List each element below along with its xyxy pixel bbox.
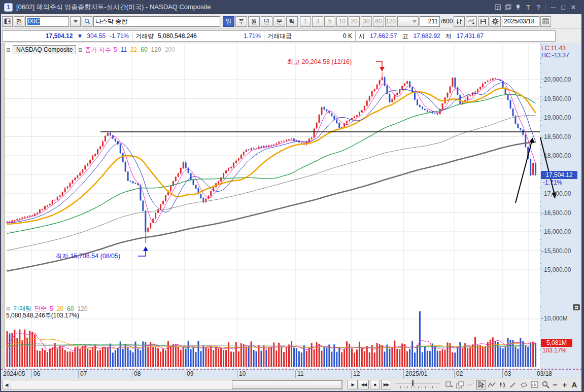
minute-button-5[interactable]: 5 <box>324 16 335 27</box>
period-button-주[interactable]: 주 <box>235 16 247 27</box>
x-axis-label: 10 <box>239 370 246 377</box>
candle-pattern-tool-button[interactable] <box>497 380 507 389</box>
price-change: 304.55 <box>87 32 106 40</box>
current-change-pct: -1.71% <box>543 179 562 186</box>
play-button[interactable]: ▶ <box>348 380 358 389</box>
maximize-button[interactable]: □ <box>558 3 568 12</box>
zoom-out-button[interactable]: − <box>551 380 560 389</box>
lc-value: LC:11.43 <box>541 45 566 52</box>
price-axis-label: 18,000.00 <box>544 152 571 159</box>
eraser-tool-button[interactable] <box>519 380 529 389</box>
flip-panel-button[interactable] <box>2 16 13 27</box>
text-size-icon[interactable]: T <box>523 3 533 12</box>
speed-slider[interactable] <box>396 380 439 389</box>
chart-area: NASDAQ Composite 종가 지수 5112260120200 최고 … <box>1 43 581 378</box>
bar-count-input[interactable]: 211 <box>420 16 440 27</box>
window-number-badge: 1 <box>4 3 13 12</box>
main-chart-pane[interactable]: NASDAQ Composite 종가 지수 5112260120200 최고 … <box>5 43 540 303</box>
candlestick-chart[interactable] <box>5 43 540 303</box>
period-button-틱[interactable]: 틱 <box>286 16 298 27</box>
minute-button-20[interactable]: 20 <box>349 16 360 27</box>
volume-chart[interactable] <box>5 303 540 369</box>
chart-layout-tool-button[interactable] <box>529 380 539 389</box>
price-axis-label: 17,000.00 <box>544 190 571 197</box>
legend-checkbox-icon[interactable] <box>7 307 10 310</box>
symbol-search-button[interactable] <box>82 16 92 27</box>
embed-window-icon[interactable] <box>493 3 503 12</box>
date-input[interactable]: 2025/03/18 <box>502 16 539 27</box>
horizontal-scrollbar[interactable]: ◀ <box>2 380 343 389</box>
crosshair-tool-button[interactable] <box>476 380 486 389</box>
symbol-name-field[interactable]: 나스닥 종합 <box>93 16 220 27</box>
x-axis-label: 07 <box>80 370 87 377</box>
price-axis-label: 19,500.00 <box>544 95 571 102</box>
dotted-line-button[interactable] <box>465 380 475 389</box>
price-axis-label: 19,000.00 <box>544 114 571 121</box>
calendar-button[interactable] <box>540 16 551 27</box>
minute-dropdown[interactable] <box>397 16 419 27</box>
text-annotation-button[interactable]: A <box>570 380 579 389</box>
ma-period-label: 22 <box>130 46 137 53</box>
open-label: 시 <box>359 32 365 41</box>
close-button[interactable]: ✕ <box>568 3 578 12</box>
price-axis[interactable]: LC:11.43 HC:-13.37 20,000.0019,500.0019,… <box>540 43 581 369</box>
legend-checkbox-icon[interactable] <box>7 48 10 52</box>
compare-symbol-button[interactable] <box>454 16 465 27</box>
symbol-code-input[interactable]: IXIC <box>25 16 69 27</box>
help-icon[interactable]: ? <box>533 3 543 12</box>
minute-button-30[interactable]: 30 <box>361 16 372 27</box>
period-button-월[interactable]: 월 <box>248 16 260 27</box>
x-axis-separator <box>132 370 132 378</box>
volume-value: 5,080,548,246 <box>158 32 197 40</box>
app-window: 1 [0602] 해외주식 업종종합차트-실시간(미국) - NASDAQ Co… <box>0 0 584 392</box>
pin-icon[interactable] <box>513 3 523 12</box>
chart-settings-button[interactable] <box>490 16 501 27</box>
ma-period-label: 11 <box>120 46 126 53</box>
last-price: 17,504.12 <box>46 32 73 40</box>
zoom-search-button[interactable] <box>541 380 550 389</box>
series-name-chip[interactable]: NASDAQ Composite <box>13 45 76 54</box>
pane-splitter[interactable] <box>540 303 581 303</box>
rewind-button[interactable]: ◀◀ <box>359 380 369 389</box>
period-button-일[interactable]: 일 <box>223 16 234 27</box>
scrollbar-thumb[interactable] <box>232 380 342 389</box>
slider-thumb[interactable] <box>412 380 414 386</box>
cascade-windows-button[interactable] <box>455 380 465 389</box>
x-axis-separator <box>502 370 503 378</box>
x-axis-label: 2025/01 <box>405 370 427 377</box>
x-axis[interactable]: 2024/05060708091011122025/01020303/18 <box>1 369 581 378</box>
stop-button[interactable]: ■ <box>370 380 380 389</box>
prev-symbol-button[interactable]: 전 <box>14 16 24 27</box>
link-windows-button[interactable] <box>444 380 454 389</box>
ma-period-label: 60 <box>141 46 147 53</box>
save-chart-button[interactable] <box>478 16 489 27</box>
current-price-badge: 17,504.12 <box>541 171 577 179</box>
minute-button-1[interactable]: 1 <box>300 16 311 27</box>
fast-forward-button[interactable]: ▶▶ <box>381 380 391 389</box>
minimize-button[interactable]: ─ <box>548 3 558 12</box>
title-bar[interactable]: 1 [0602] 해외주식 업종종합차트-실시간(미국) - NASDAQ Co… <box>1 0 581 14</box>
volume-label: 거래량 <box>135 32 154 41</box>
minute-button-120[interactable]: 120 <box>385 16 396 27</box>
x-axis-separator <box>237 370 237 378</box>
zoom-tool-icons: −+A <box>541 380 579 389</box>
minute-button-60[interactable]: 60 <box>373 16 384 27</box>
trendline-tool-button[interactable] <box>487 380 497 389</box>
symbol-dropdown-button[interactable] <box>70 16 81 27</box>
legend-checkbox-icon[interactable] <box>79 48 82 52</box>
x-axis-label: 03/18 <box>537 370 552 377</box>
cascade-window-icon[interactable] <box>503 3 513 12</box>
draw-pen-tool-button[interactable] <box>508 380 518 389</box>
zoom-in-button[interactable]: + <box>560 380 569 389</box>
volume-pane[interactable]: 거래량 단순 52060120 5,080,548,246주(103.17%) <box>5 303 540 369</box>
high-value: 17,682.92 <box>413 32 440 40</box>
playback-controls: ▶◀◀■▶▶ <box>348 380 391 389</box>
scroll-left-button[interactable]: ◀ <box>3 380 11 389</box>
period-button-분[interactable]: 분 <box>273 16 285 27</box>
volume-pane-collapse-button[interactable] <box>573 304 580 310</box>
minute-button-10[interactable]: 10 <box>336 16 348 27</box>
trendline-add-button[interactable] <box>466 16 477 27</box>
minute-button-3[interactable]: 3 <box>312 16 323 27</box>
period-button-년[interactable]: 년 <box>261 16 272 27</box>
x-axis-label: 08 <box>134 370 141 377</box>
